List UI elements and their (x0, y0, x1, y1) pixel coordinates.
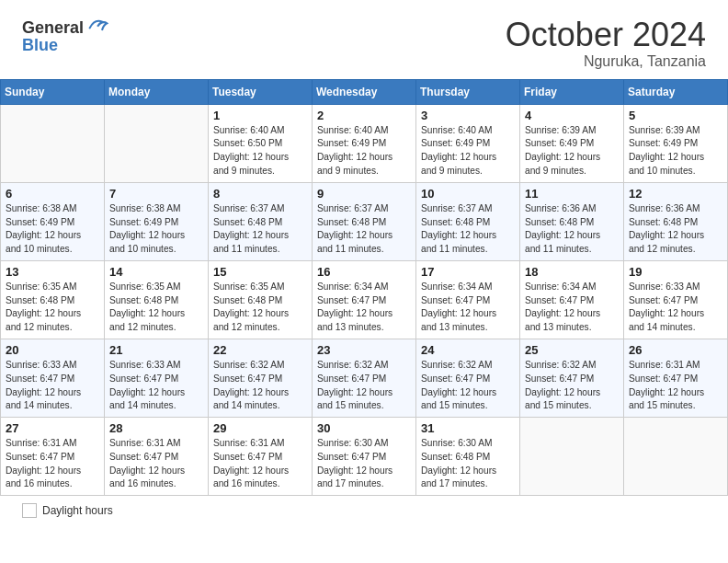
page: General Blue October 2024 Nguruka, Tanza… (0, 0, 728, 563)
calendar-cell: 6Sunrise: 6:38 AM Sunset: 6:49 PM Daylig… (1, 182, 105, 260)
day-number: 1 (213, 109, 307, 122)
day-number: 26 (629, 343, 722, 357)
day-info: Sunrise: 6:36 AM Sunset: 6:48 PM Dayligh… (629, 202, 722, 257)
day-number: 22 (213, 343, 307, 357)
day-number: 31 (421, 421, 515, 435)
calendar-week-2: 6Sunrise: 6:38 AM Sunset: 6:49 PM Daylig… (1, 182, 728, 260)
calendar-cell: 30Sunrise: 6:30 AM Sunset: 6:47 PM Dayli… (313, 418, 416, 496)
calendar-week-1: 1Sunrise: 6:40 AM Sunset: 6:50 PM Daylig… (1, 104, 728, 182)
day-number: 15 (213, 265, 307, 279)
calendar-header-saturday: Saturday (624, 79, 728, 104)
calendar-cell (520, 418, 624, 496)
day-info: Sunrise: 6:37 AM Sunset: 6:48 PM Dayligh… (213, 202, 307, 257)
month-title: October 2024 (506, 17, 706, 53)
day-number: 4 (525, 109, 619, 122)
day-number: 18 (525, 265, 619, 279)
legend-daylight-label: Daylight hours (42, 504, 113, 517)
day-number: 9 (317, 187, 411, 201)
day-number: 7 (109, 187, 203, 201)
logo-bird-icon (88, 17, 108, 33)
title-area: October 2024 Nguruka, Tanzania (506, 17, 706, 70)
calendar-cell: 31Sunrise: 6:30 AM Sunset: 6:48 PM Dayli… (416, 418, 520, 496)
day-number: 27 (6, 421, 99, 435)
legend-daylight: Daylight hours (22, 503, 113, 518)
calendar-cell: 13Sunrise: 6:35 AM Sunset: 6:48 PM Dayli… (1, 260, 105, 339)
calendar-week-3: 13Sunrise: 6:35 AM Sunset: 6:48 PM Dayli… (1, 260, 728, 339)
day-number: 10 (421, 187, 515, 201)
day-info: Sunrise: 6:30 AM Sunset: 6:47 PM Dayligh… (317, 437, 411, 491)
day-info: Sunrise: 6:32 AM Sunset: 6:47 PM Dayligh… (317, 359, 411, 413)
day-info: Sunrise: 6:32 AM Sunset: 6:47 PM Dayligh… (525, 359, 619, 413)
calendar-cell: 9Sunrise: 6:37 AM Sunset: 6:48 PM Daylig… (313, 182, 416, 260)
calendar-cell (1, 104, 105, 182)
calendar-cell: 26Sunrise: 6:31 AM Sunset: 6:47 PM Dayli… (624, 339, 728, 417)
day-info: Sunrise: 6:38 AM Sunset: 6:49 PM Dayligh… (6, 202, 99, 257)
day-info: Sunrise: 6:39 AM Sunset: 6:49 PM Dayligh… (525, 124, 619, 178)
calendar-cell: 21Sunrise: 6:33 AM Sunset: 6:47 PM Dayli… (105, 339, 209, 417)
header: General Blue October 2024 Nguruka, Tanza… (0, 0, 728, 79)
day-number: 28 (109, 421, 203, 435)
calendar-cell: 27Sunrise: 6:31 AM Sunset: 6:47 PM Dayli… (1, 418, 105, 496)
calendar-cell: 18Sunrise: 6:34 AM Sunset: 6:47 PM Dayli… (520, 260, 624, 339)
day-info: Sunrise: 6:31 AM Sunset: 6:47 PM Dayligh… (6, 437, 99, 491)
calendar-cell: 19Sunrise: 6:33 AM Sunset: 6:47 PM Dayli… (624, 260, 728, 339)
calendar-cell: 15Sunrise: 6:35 AM Sunset: 6:48 PM Dayli… (209, 260, 313, 339)
day-info: Sunrise: 6:37 AM Sunset: 6:48 PM Dayligh… (317, 202, 411, 257)
day-number: 19 (629, 265, 722, 279)
calendar-table: SundayMondayTuesdayWednesdayThursdayFrid… (0, 79, 728, 497)
day-info: Sunrise: 6:34 AM Sunset: 6:47 PM Dayligh… (317, 281, 411, 335)
day-info: Sunrise: 6:39 AM Sunset: 6:49 PM Dayligh… (629, 124, 722, 178)
day-number: 3 (421, 109, 515, 122)
calendar-cell: 17Sunrise: 6:34 AM Sunset: 6:47 PM Dayli… (416, 260, 520, 339)
calendar-header-tuesday: Tuesday (209, 79, 313, 104)
legend-daylight-box (22, 503, 37, 518)
calendar-cell: 25Sunrise: 6:32 AM Sunset: 6:47 PM Dayli… (520, 339, 624, 417)
day-number: 13 (6, 265, 99, 279)
day-info: Sunrise: 6:31 AM Sunset: 6:47 PM Dayligh… (213, 437, 307, 491)
calendar-week-4: 20Sunrise: 6:33 AM Sunset: 6:47 PM Dayli… (1, 339, 728, 417)
day-info: Sunrise: 6:35 AM Sunset: 6:48 PM Dayligh… (109, 281, 203, 335)
calendar-header-sunday: Sunday (1, 79, 105, 104)
calendar-cell: 10Sunrise: 6:37 AM Sunset: 6:48 PM Dayli… (416, 182, 520, 260)
calendar-header-monday: Monday (105, 79, 209, 104)
day-info: Sunrise: 6:32 AM Sunset: 6:47 PM Dayligh… (421, 359, 515, 413)
day-number: 25 (525, 343, 619, 357)
day-info: Sunrise: 6:35 AM Sunset: 6:48 PM Dayligh… (6, 281, 99, 335)
day-number: 5 (629, 109, 722, 122)
day-info: Sunrise: 6:32 AM Sunset: 6:47 PM Dayligh… (213, 359, 307, 413)
calendar-cell: 24Sunrise: 6:32 AM Sunset: 6:47 PM Dayli… (416, 339, 520, 417)
day-info: Sunrise: 6:34 AM Sunset: 6:47 PM Dayligh… (525, 281, 619, 335)
calendar-cell: 22Sunrise: 6:32 AM Sunset: 6:47 PM Dayli… (209, 339, 313, 417)
calendar-header-thursday: Thursday (416, 79, 520, 104)
logo-general-text: General (22, 18, 84, 37)
calendar-cell: 5Sunrise: 6:39 AM Sunset: 6:49 PM Daylig… (624, 104, 728, 182)
day-info: Sunrise: 6:30 AM Sunset: 6:48 PM Dayligh… (421, 437, 515, 491)
calendar-cell: 8Sunrise: 6:37 AM Sunset: 6:48 PM Daylig… (209, 182, 313, 260)
day-number: 12 (629, 187, 722, 201)
day-number: 8 (213, 187, 307, 201)
calendar-cell: 1Sunrise: 6:40 AM Sunset: 6:50 PM Daylig… (209, 104, 313, 182)
day-number: 6 (6, 187, 99, 201)
day-number: 21 (109, 343, 203, 357)
calendar-cell: 29Sunrise: 6:31 AM Sunset: 6:47 PM Dayli… (209, 418, 313, 496)
day-info: Sunrise: 6:33 AM Sunset: 6:47 PM Dayligh… (629, 281, 722, 335)
day-number: 29 (213, 421, 307, 435)
footer: Daylight hours (0, 496, 728, 525)
calendar-cell: 3Sunrise: 6:40 AM Sunset: 6:49 PM Daylig… (416, 104, 520, 182)
day-info: Sunrise: 6:33 AM Sunset: 6:47 PM Dayligh… (109, 359, 203, 413)
day-number: 30 (317, 421, 411, 435)
day-info: Sunrise: 6:33 AM Sunset: 6:47 PM Dayligh… (6, 359, 99, 413)
day-number: 16 (317, 265, 411, 279)
day-info: Sunrise: 6:38 AM Sunset: 6:49 PM Dayligh… (109, 202, 203, 257)
day-info: Sunrise: 6:35 AM Sunset: 6:48 PM Dayligh… (213, 281, 307, 335)
calendar-cell: 16Sunrise: 6:34 AM Sunset: 6:47 PM Dayli… (313, 260, 416, 339)
day-number: 20 (6, 343, 99, 357)
logo-blue-text: Blue (22, 37, 58, 53)
day-number: 23 (317, 343, 411, 357)
day-info: Sunrise: 6:37 AM Sunset: 6:48 PM Dayligh… (421, 202, 515, 257)
calendar-cell: 12Sunrise: 6:36 AM Sunset: 6:48 PM Dayli… (624, 182, 728, 260)
calendar-header-friday: Friday (520, 79, 624, 104)
day-number: 14 (109, 265, 203, 279)
calendar-cell (105, 104, 209, 182)
calendar-cell: 20Sunrise: 6:33 AM Sunset: 6:47 PM Dayli… (1, 339, 105, 417)
